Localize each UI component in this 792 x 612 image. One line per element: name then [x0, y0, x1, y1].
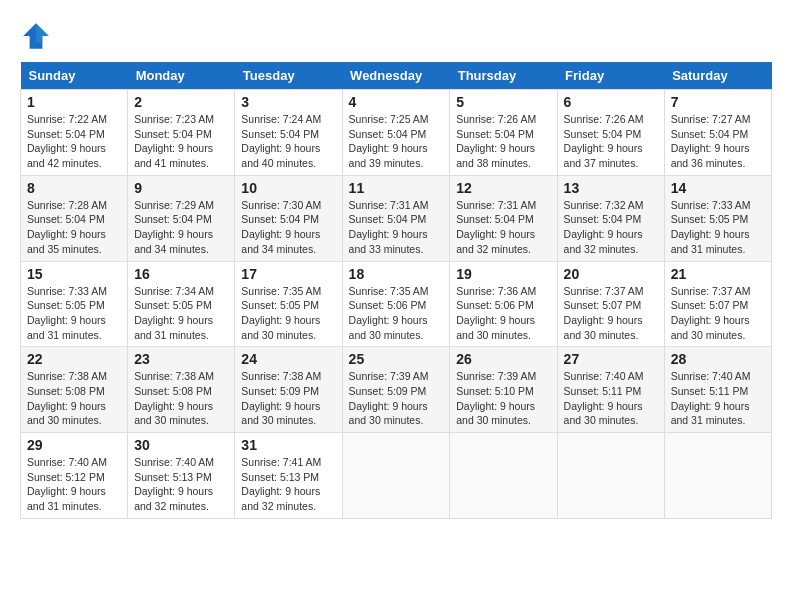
day-number: 20 [564, 266, 658, 282]
day-cell [342, 433, 450, 519]
day-info: Sunrise: 7:32 AM Sunset: 5:04 PM Dayligh… [564, 198, 658, 257]
day-cell: 28 Sunrise: 7:40 AM Sunset: 5:11 PM Dayl… [664, 347, 771, 433]
day-cell: 31 Sunrise: 7:41 AM Sunset: 5:13 PM Dayl… [235, 433, 342, 519]
day-info: Sunrise: 7:35 AM Sunset: 5:06 PM Dayligh… [349, 284, 444, 343]
header-friday: Friday [557, 62, 664, 90]
day-info: Sunrise: 7:40 AM Sunset: 5:12 PM Dayligh… [27, 455, 121, 514]
day-cell: 16 Sunrise: 7:34 AM Sunset: 5:05 PM Dayl… [128, 261, 235, 347]
day-cell: 18 Sunrise: 7:35 AM Sunset: 5:06 PM Dayl… [342, 261, 450, 347]
day-cell: 4 Sunrise: 7:25 AM Sunset: 5:04 PM Dayli… [342, 90, 450, 176]
day-number: 30 [134, 437, 228, 453]
day-cell: 30 Sunrise: 7:40 AM Sunset: 5:13 PM Dayl… [128, 433, 235, 519]
day-info: Sunrise: 7:30 AM Sunset: 5:04 PM Dayligh… [241, 198, 335, 257]
day-cell: 8 Sunrise: 7:28 AM Sunset: 5:04 PM Dayli… [21, 175, 128, 261]
day-cell: 20 Sunrise: 7:37 AM Sunset: 5:07 PM Dayl… [557, 261, 664, 347]
day-info: Sunrise: 7:28 AM Sunset: 5:04 PM Dayligh… [27, 198, 121, 257]
day-number: 2 [134, 94, 228, 110]
day-info: Sunrise: 7:25 AM Sunset: 5:04 PM Dayligh… [349, 112, 444, 171]
day-cell: 12 Sunrise: 7:31 AM Sunset: 5:04 PM Dayl… [450, 175, 557, 261]
day-cell: 17 Sunrise: 7:35 AM Sunset: 5:05 PM Dayl… [235, 261, 342, 347]
day-cell [450, 433, 557, 519]
day-info: Sunrise: 7:34 AM Sunset: 5:05 PM Dayligh… [134, 284, 228, 343]
day-number: 19 [456, 266, 550, 282]
day-number: 5 [456, 94, 550, 110]
day-info: Sunrise: 7:31 AM Sunset: 5:04 PM Dayligh… [349, 198, 444, 257]
header-thursday: Thursday [450, 62, 557, 90]
day-info: Sunrise: 7:38 AM Sunset: 5:08 PM Dayligh… [134, 369, 228, 428]
day-number: 31 [241, 437, 335, 453]
day-number: 15 [27, 266, 121, 282]
day-number: 8 [27, 180, 121, 196]
day-info: Sunrise: 7:38 AM Sunset: 5:09 PM Dayligh… [241, 369, 335, 428]
day-info: Sunrise: 7:37 AM Sunset: 5:07 PM Dayligh… [671, 284, 765, 343]
day-info: Sunrise: 7:35 AM Sunset: 5:05 PM Dayligh… [241, 284, 335, 343]
day-number: 10 [241, 180, 335, 196]
day-info: Sunrise: 7:40 AM Sunset: 5:11 PM Dayligh… [564, 369, 658, 428]
day-cell: 24 Sunrise: 7:38 AM Sunset: 5:09 PM Dayl… [235, 347, 342, 433]
day-cell: 23 Sunrise: 7:38 AM Sunset: 5:08 PM Dayl… [128, 347, 235, 433]
header-wednesday: Wednesday [342, 62, 450, 90]
header-monday: Monday [128, 62, 235, 90]
day-info: Sunrise: 7:22 AM Sunset: 5:04 PM Dayligh… [27, 112, 121, 171]
day-number: 12 [456, 180, 550, 196]
day-info: Sunrise: 7:33 AM Sunset: 5:05 PM Dayligh… [671, 198, 765, 257]
day-number: 25 [349, 351, 444, 367]
day-number: 13 [564, 180, 658, 196]
day-number: 1 [27, 94, 121, 110]
day-cell [664, 433, 771, 519]
day-cell: 6 Sunrise: 7:26 AM Sunset: 5:04 PM Dayli… [557, 90, 664, 176]
day-cell: 19 Sunrise: 7:36 AM Sunset: 5:06 PM Dayl… [450, 261, 557, 347]
calendar-table: SundayMondayTuesdayWednesdayThursdayFrid… [20, 62, 772, 519]
day-info: Sunrise: 7:27 AM Sunset: 5:04 PM Dayligh… [671, 112, 765, 171]
day-cell: 27 Sunrise: 7:40 AM Sunset: 5:11 PM Dayl… [557, 347, 664, 433]
day-number: 4 [349, 94, 444, 110]
day-info: Sunrise: 7:41 AM Sunset: 5:13 PM Dayligh… [241, 455, 335, 514]
calendar-header-row: SundayMondayTuesdayWednesdayThursdayFrid… [21, 62, 772, 90]
day-info: Sunrise: 7:26 AM Sunset: 5:04 PM Dayligh… [456, 112, 550, 171]
logo [20, 20, 56, 52]
day-number: 9 [134, 180, 228, 196]
day-info: Sunrise: 7:29 AM Sunset: 5:04 PM Dayligh… [134, 198, 228, 257]
day-cell: 3 Sunrise: 7:24 AM Sunset: 5:04 PM Dayli… [235, 90, 342, 176]
day-number: 21 [671, 266, 765, 282]
day-info: Sunrise: 7:26 AM Sunset: 5:04 PM Dayligh… [564, 112, 658, 171]
day-number: 14 [671, 180, 765, 196]
day-cell: 14 Sunrise: 7:33 AM Sunset: 5:05 PM Dayl… [664, 175, 771, 261]
day-info: Sunrise: 7:24 AM Sunset: 5:04 PM Dayligh… [241, 112, 335, 171]
day-number: 24 [241, 351, 335, 367]
day-cell: 2 Sunrise: 7:23 AM Sunset: 5:04 PM Dayli… [128, 90, 235, 176]
header [20, 20, 772, 52]
day-info: Sunrise: 7:23 AM Sunset: 5:04 PM Dayligh… [134, 112, 228, 171]
svg-marker-1 [36, 23, 49, 42]
day-cell: 22 Sunrise: 7:38 AM Sunset: 5:08 PM Dayl… [21, 347, 128, 433]
day-number: 3 [241, 94, 335, 110]
day-info: Sunrise: 7:39 AM Sunset: 5:09 PM Dayligh… [349, 369, 444, 428]
day-info: Sunrise: 7:38 AM Sunset: 5:08 PM Dayligh… [27, 369, 121, 428]
day-cell: 1 Sunrise: 7:22 AM Sunset: 5:04 PM Dayli… [21, 90, 128, 176]
day-info: Sunrise: 7:37 AM Sunset: 5:07 PM Dayligh… [564, 284, 658, 343]
logo-icon [20, 20, 52, 52]
day-cell [557, 433, 664, 519]
day-cell: 21 Sunrise: 7:37 AM Sunset: 5:07 PM Dayl… [664, 261, 771, 347]
day-number: 17 [241, 266, 335, 282]
day-number: 7 [671, 94, 765, 110]
day-cell: 15 Sunrise: 7:33 AM Sunset: 5:05 PM Dayl… [21, 261, 128, 347]
day-number: 26 [456, 351, 550, 367]
day-number: 6 [564, 94, 658, 110]
day-number: 28 [671, 351, 765, 367]
page-container: SundayMondayTuesdayWednesdayThursdayFrid… [20, 20, 772, 519]
day-info: Sunrise: 7:33 AM Sunset: 5:05 PM Dayligh… [27, 284, 121, 343]
day-number: 11 [349, 180, 444, 196]
day-number: 16 [134, 266, 228, 282]
day-cell: 13 Sunrise: 7:32 AM Sunset: 5:04 PM Dayl… [557, 175, 664, 261]
day-info: Sunrise: 7:31 AM Sunset: 5:04 PM Dayligh… [456, 198, 550, 257]
day-info: Sunrise: 7:39 AM Sunset: 5:10 PM Dayligh… [456, 369, 550, 428]
day-number: 27 [564, 351, 658, 367]
week-row-4: 22 Sunrise: 7:38 AM Sunset: 5:08 PM Dayl… [21, 347, 772, 433]
day-number: 22 [27, 351, 121, 367]
header-sunday: Sunday [21, 62, 128, 90]
week-row-5: 29 Sunrise: 7:40 AM Sunset: 5:12 PM Dayl… [21, 433, 772, 519]
week-row-2: 8 Sunrise: 7:28 AM Sunset: 5:04 PM Dayli… [21, 175, 772, 261]
week-row-1: 1 Sunrise: 7:22 AM Sunset: 5:04 PM Dayli… [21, 90, 772, 176]
day-cell: 10 Sunrise: 7:30 AM Sunset: 5:04 PM Dayl… [235, 175, 342, 261]
